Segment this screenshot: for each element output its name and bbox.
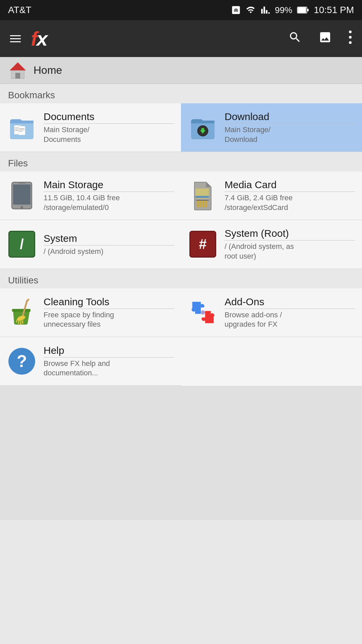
download-icon	[188, 112, 218, 143]
svg-rect-15	[19, 129, 24, 130]
carrier-label: AT&T	[8, 5, 31, 15]
battery-label: 99%	[275, 5, 292, 15]
list-item[interactable]: # System (Root) / (Android system, asroo…	[181, 220, 362, 269]
status-icons: 99% 10:51 PM	[231, 5, 354, 15]
list-item[interactable]: Cleaning Tools Free space by findingunne…	[0, 288, 181, 337]
help-icon-wrap: ?	[7, 346, 37, 376]
svg-point-3	[349, 31, 352, 33]
svg-point-23	[20, 206, 23, 209]
cleaning-tools-icon	[7, 298, 37, 328]
svg-rect-26	[199, 201, 201, 207]
svg-rect-8	[15, 73, 20, 78]
media-card-subtitle: 7.4 GiB, 2.4 GiB free/storage/extSdCard	[225, 193, 355, 212]
system-root-icon: #	[189, 231, 216, 258]
svg-rect-32	[12, 309, 30, 312]
svg-rect-1	[298, 7, 306, 12]
bookmarks-grid: Documents Main Storage/Documents Downloa…	[0, 103, 362, 152]
documents-subtitle: Main Storage/Documents	[44, 125, 174, 144]
svg-rect-14	[19, 128, 24, 129]
cleaning-tools-subtitle: Free space by findingunnecessary files	[44, 310, 174, 329]
main-storage-icon	[7, 180, 37, 211]
help-text: Help Browse FX help anddocumentation...	[44, 344, 174, 378]
help-subtitle: Browse FX help anddocumentation...	[44, 359, 174, 378]
media-card-icon	[188, 180, 218, 211]
cleaning-tools-title: Cleaning Tools	[44, 296, 174, 308]
svg-point-40	[201, 310, 205, 315]
svg-point-5	[349, 41, 352, 44]
search-button[interactable]	[285, 27, 305, 50]
more-options-button[interactable]	[345, 27, 355, 50]
app-logo: fx	[31, 27, 278, 50]
svg-rect-25	[197, 201, 199, 207]
files-grid: Main Storage 11.5 GiB, 10.4 GiB free/sto…	[0, 171, 362, 269]
svg-rect-13	[18, 126, 25, 135]
svg-rect-28	[205, 201, 207, 207]
system-text: System / (Android system)	[44, 232, 174, 257]
svg-rect-30	[196, 200, 209, 201]
svg-rect-16	[19, 131, 22, 131]
wifi-icon	[245, 5, 256, 15]
list-item[interactable]: Media Card 7.4 GiB, 2.4 GiB free/storage…	[181, 171, 362, 220]
svg-point-4	[349, 36, 352, 39]
empty-area	[0, 386, 362, 520]
system-root-icon-wrap: #	[188, 229, 218, 259]
app-bar-icons	[285, 27, 355, 50]
media-card-title: Media Card	[225, 179, 355, 191]
svg-rect-12	[15, 130, 18, 131]
system-icon: /	[8, 231, 35, 258]
system-root-subtitle: / (Android system, asroot user)	[225, 242, 355, 261]
list-item[interactable]: / System / (Android system)	[0, 220, 181, 269]
documents-icon	[7, 112, 37, 143]
download-text: Download Main Storage/Download	[225, 111, 355, 144]
time-label: 10:51 PM	[314, 5, 354, 15]
system-icon-wrap: /	[7, 229, 37, 259]
documents-title: Documents	[44, 111, 174, 123]
files-header: Files	[0, 152, 362, 171]
system-subtitle: / (Android system)	[44, 247, 174, 257]
svg-line-37	[20, 321, 21, 325]
svg-line-36	[18, 320, 19, 324]
status-bar: AT&T 99% 10:51 PM	[0, 0, 362, 20]
download-subtitle: Main Storage/Download	[225, 125, 355, 144]
list-item[interactable]: Documents Main Storage/Documents	[0, 103, 181, 152]
signal-icon	[261, 5, 270, 15]
home-bar[interactable]: Home	[0, 57, 362, 84]
nfc-icon	[231, 5, 241, 15]
utilities-header: Utilities	[0, 269, 362, 288]
addons-subtitle: Browse add-ons /upgrades for FX	[225, 310, 355, 329]
system-root-text: System (Root) / (Android system, asroot …	[225, 227, 355, 261]
media-card-text: Media Card 7.4 GiB, 2.4 GiB free/storage…	[225, 179, 355, 212]
main-storage-title: Main Storage	[44, 179, 174, 191]
empty-cell	[181, 337, 362, 386]
home-label: Home	[34, 64, 62, 76]
utilities-grid: Cleaning Tools Free space by findingunne…	[0, 288, 362, 386]
home-icon	[8, 61, 27, 80]
app-bar: fx	[0, 20, 362, 57]
help-icon: ?	[8, 348, 35, 375]
main-storage-text: Main Storage 11.5 GiB, 10.4 GiB free/sto…	[44, 179, 174, 212]
menu-button[interactable]	[7, 32, 24, 46]
gallery-button[interactable]	[315, 27, 335, 50]
svg-rect-27	[202, 201, 204, 207]
system-root-title: System (Root)	[225, 227, 355, 239]
svg-line-39	[27, 300, 28, 301]
help-title: Help	[44, 344, 174, 357]
addons-title: Add-Ons	[225, 296, 355, 308]
list-item[interactable]: Main Storage 11.5 GiB, 10.4 GiB free/sto…	[0, 171, 181, 220]
main-storage-subtitle: 11.5 GiB, 10.4 GiB free/storage/emulated…	[44, 193, 174, 212]
svg-rect-31	[195, 196, 209, 198]
svg-marker-7	[10, 62, 26, 70]
download-title: Download	[225, 111, 355, 123]
cleaning-tools-text: Cleaning Tools Free space by findingunne…	[44, 296, 174, 329]
battery-icon	[297, 5, 309, 15]
addons-icon	[188, 298, 218, 328]
list-item[interactable]: ? Help Browse FX help anddocumentation..…	[0, 337, 181, 386]
svg-rect-2	[307, 9, 309, 11]
list-item[interactable]: Download Main Storage/Download	[181, 103, 362, 152]
system-title: System	[44, 232, 174, 245]
bookmarks-header: Bookmarks	[0, 84, 362, 103]
documents-text: Documents Main Storage/Documents	[44, 111, 174, 144]
list-item[interactable]: Add-Ons Browse add-ons /upgrades for FX	[181, 288, 362, 337]
svg-rect-22	[13, 184, 31, 205]
addons-text: Add-Ons Browse add-ons /upgrades for FX	[225, 296, 355, 329]
